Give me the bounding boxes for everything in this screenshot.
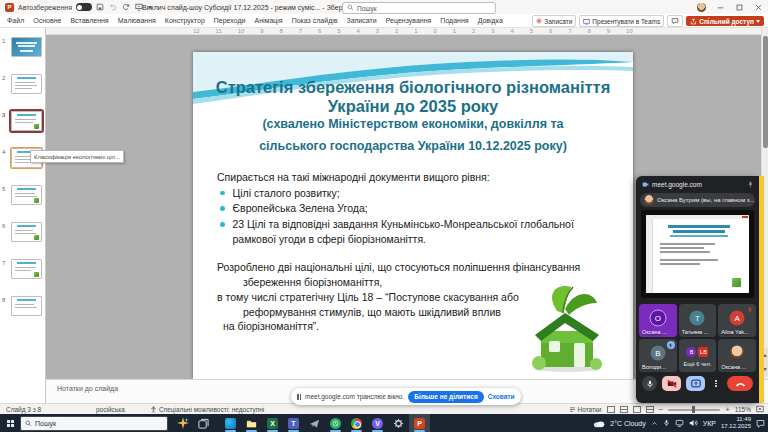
viber-button[interactable]: V [367,414,388,432]
zoom-level[interactable]: 115% [735,406,751,413]
slide-thumbnails-panel: 1 2 3 4 5 6 7 8 [0,27,46,403]
participant-tile-volodymyr[interactable]: B Володи... [639,339,677,372]
current-slide[interactable]: Стратегія збереження біологічного різном… [193,52,633,379]
copilot-button[interactable] [172,414,193,432]
shared-screen-preview[interactable] [641,210,754,298]
microphone-button[interactable] [642,376,657,391]
slide-thumbnail-3[interactable] [11,111,42,131]
action-center-icon[interactable] [756,419,765,428]
telegram-button[interactable] [304,414,325,432]
clock[interactable]: 11:49 17.12.2025 [721,416,751,431]
network-icon[interactable] [675,419,684,427]
ribbon-tab-design[interactable]: Конструктор [165,17,205,24]
more-participants-label: Ещё 6 чел. [679,361,717,367]
ribbon-tab-file[interactable]: Файл [7,17,24,24]
undo-icon[interactable] [109,3,118,12]
pin-icon[interactable] [747,181,754,189]
accessibility-status[interactable]: Спеціальні можливості: недоступні [150,406,264,413]
zoom-in-icon[interactable]: + [725,406,730,414]
camera-off-button[interactable] [662,376,681,391]
task-view-button[interactable] [193,414,214,432]
slide-thumbnail-1[interactable] [11,37,42,57]
close-button[interactable] [749,0,768,14]
pause-share-icon[interactable] [297,394,301,400]
slide-thumbnail-8[interactable] [11,296,42,316]
save-icon[interactable] [96,3,105,12]
participant-tile-alina[interactable]: A Alina Yak... [718,304,756,337]
shared-screen-thumbnail [646,215,749,293]
ruler-number: 7 [299,28,302,34]
share-button[interactable]: Спільний доступ [686,16,764,26]
reading-view-button[interactable] [633,406,641,413]
powerpoint-taskbar-button[interactable]: P [409,414,430,432]
presenter-avatar [644,195,654,205]
maximize-button[interactable] [730,0,749,14]
accessibility-icon [150,406,157,413]
ruler-number: 4 [511,28,514,34]
fit-slide-icon[interactable] [756,405,764,414]
ribbon-tab-view[interactable]: Подання [440,17,468,24]
slide-thumbnail-5[interactable] [11,185,42,205]
ribbon-tab-help[interactable]: Довідка [478,17,503,24]
slideshow-view-button[interactable] [646,406,654,413]
normal-view-button[interactable] [607,406,615,413]
language-indicator[interactable]: УКР [703,420,716,427]
minimize-button[interactable] [711,0,730,14]
presenter-pill[interactable]: Оксана Бутрим (вы, на главном з... [640,193,755,207]
ribbon-tab-draw[interactable]: Малювання [118,17,156,24]
present-in-teams-button[interactable]: Презентувати в Teams [579,15,664,27]
participant-tile-oksana[interactable]: O Оксана ... [639,304,677,337]
present-screen-button[interactable] [686,376,705,391]
excel-button[interactable]: X [262,414,283,432]
slide-thumbnail-2[interactable] [11,74,42,94]
ruler: 121110987654321012345678910 [45,27,768,35]
notes-toggle-button[interactable]: Нотатки [569,406,602,413]
teams-button[interactable]: T [283,414,304,432]
ribbon-tab-transitions[interactable]: Переходи [214,17,246,24]
edge-button[interactable] [220,414,241,432]
slide-thumbnail-6[interactable] [11,222,42,242]
scrollbar-thumb[interactable] [763,36,768,148]
taskbar-search[interactable]: Пошук [20,416,168,431]
ribbon-tab-home[interactable]: Основне [33,17,61,24]
thumbnail-number: 7 [2,260,5,266]
language-indicator[interactable]: російська [96,406,125,413]
ribbon-tab-record[interactable]: Записати [347,17,377,24]
autosave-toggle[interactable] [76,3,92,11]
participant-badge: LB [698,347,708,357]
zoom-slider[interactable] [668,409,720,411]
meet-more-options-icon[interactable] [710,376,722,391]
file-explorer-button[interactable] [241,414,262,432]
account-avatar[interactable] [692,0,711,14]
redo-icon[interactable] [122,3,131,12]
participant-tile-oksana-photo[interactable]: Оксана ... [718,339,756,372]
end-call-button[interactable] [727,376,753,391]
stop-sharing-button[interactable]: Більше не ділитися [408,391,483,403]
ribbon-tab-animations[interactable]: Анімація [255,17,283,24]
volume-icon[interactable] [689,419,698,427]
slide-title[interactable]: Стратегія збереження біологічного різном… [211,78,615,153]
participant-tile-tatyana[interactable]: T Татьяна ... [679,304,717,337]
zoom-out-icon[interactable]: − [659,406,664,414]
hidden-icons-chevron[interactable] [651,420,658,427]
ribbon-tab-slideshow[interactable]: Показ слайдів [292,17,338,24]
slide-sorter-view-button[interactable] [620,406,628,413]
slide-thumbnail-7[interactable] [11,259,42,279]
weather-icon [593,419,605,428]
tray-date: 17.12.2025 [721,423,751,431]
tray-mic-icon[interactable] [663,419,670,427]
zoom-slider-knob[interactable] [692,406,695,413]
titlebar-search[interactable]: Пошук [342,2,496,14]
settings-button[interactable] [388,414,409,432]
ribbon-tab-insert[interactable]: Вставлення [70,17,108,24]
bullet-dot-icon [220,222,225,227]
chrome-button[interactable] [346,414,367,432]
start-button[interactable] [0,420,20,427]
green-clock-app-button[interactable] [325,414,346,432]
more-participants-tile[interactable]: В LB Ещё 6 чел. [679,339,717,372]
record-button[interactable]: Записати [532,15,576,27]
ribbon-tab-review[interactable]: Рецензування [386,17,432,24]
hide-banner-link[interactable]: Сховати [488,393,515,400]
weather-text[interactable]: 2°C Cloudy [610,420,645,427]
comments-button[interactable] [667,15,683,27]
